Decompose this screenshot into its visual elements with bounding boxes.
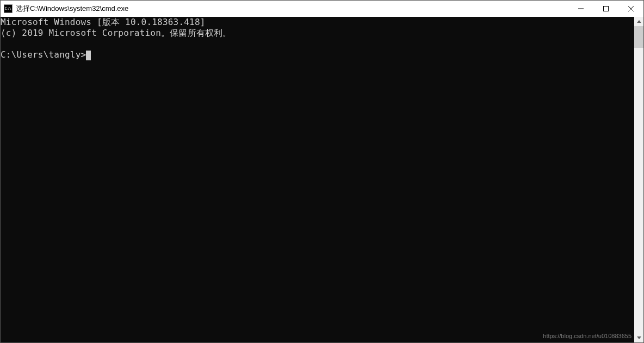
- cmd-icon: C:\: [4, 4, 13, 13]
- titlebar[interactable]: C:\ 选择C:\Windows\system32\cmd.exe: [1, 1, 643, 17]
- scroll-up-button[interactable]: [634, 17, 643, 26]
- maximize-icon: [603, 6, 609, 11]
- terminal-prompt: C:\Users\tangly>: [1, 49, 91, 60]
- scroll-thumb[interactable]: [634, 26, 643, 48]
- close-icon: [628, 6, 634, 11]
- cmd-icon-text: C:\: [5, 7, 12, 11]
- terminal-line-copyright: (c) 2019 Microsoft Corporation。保留所有权利。: [1, 28, 232, 38]
- content-area: Microsoft Windows [版本 10.0.18363.418] (c…: [1, 17, 643, 342]
- minimize-icon: [578, 6, 584, 11]
- scroll-track[interactable]: [634, 26, 643, 333]
- terminal-output[interactable]: Microsoft Windows [版本 10.0.18363.418] (c…: [1, 17, 634, 342]
- minimize-button[interactable]: [568, 1, 593, 17]
- vertical-scrollbar[interactable]: [634, 17, 643, 342]
- cursor: [86, 51, 91, 60]
- prompt-text: C:\Users\tangly>: [1, 49, 86, 60]
- terminal-line-version: Microsoft Windows [版本 10.0.18363.418]: [1, 17, 206, 27]
- chevron-down-icon: [637, 336, 641, 339]
- scroll-down-button[interactable]: [634, 333, 643, 342]
- svg-rect-1: [604, 7, 609, 11]
- close-button[interactable]: [618, 1, 643, 17]
- window-controls: [568, 1, 643, 17]
- maximize-button[interactable]: [593, 1, 618, 17]
- cmd-window: C:\ 选择C:\Windows\system32\cmd.exe Micros…: [0, 0, 644, 343]
- chevron-up-icon: [637, 20, 641, 23]
- window-title: 选择C:\Windows\system32\cmd.exe: [16, 4, 128, 14]
- titlebar-left: C:\ 选择C:\Windows\system32\cmd.exe: [4, 4, 128, 14]
